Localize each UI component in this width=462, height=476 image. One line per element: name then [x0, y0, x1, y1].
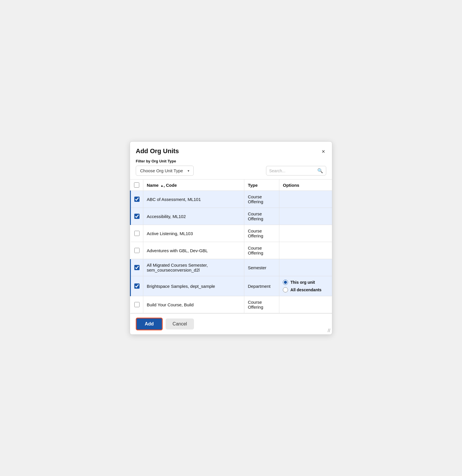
add-org-units-dialog: Add Org Units × Filter by Org Unit Type …	[130, 141, 332, 335]
cancel-button[interactable]: Cancel	[166, 318, 194, 329]
resize-handle[interactable]: //	[328, 328, 330, 333]
row-5-name: All Migrated Courses Semester, sem_cours…	[143, 259, 244, 276]
row-4-name: Adventures with GBL, Dev-GBL	[143, 242, 244, 259]
table-row: All Migrated Courses Semester, sem_cours…	[131, 259, 332, 276]
row-5-type: Semester	[244, 259, 279, 276]
radio-6-1[interactable]	[283, 287, 288, 292]
row-4-type: CourseOffering	[244, 242, 279, 259]
row-3-options	[279, 225, 332, 242]
row-6-checkbox[interactable]	[134, 283, 140, 289]
row-2-name: Accessibility, ML102	[143, 208, 244, 225]
row-3-checkbox[interactable]	[134, 231, 140, 236]
org-unit-type-dropdown[interactable]: Choose Org Unit Type ▾	[136, 166, 194, 176]
col-type-header: Type	[244, 180, 279, 191]
row-2-checkbox-cell	[131, 208, 143, 225]
search-icon[interactable]: 🔍	[317, 168, 323, 173]
table-wrapper: Name ▲, Code Type Options ABC of Assessm…	[130, 179, 332, 313]
table-row: Active Listening, ML103CourseOffering	[131, 225, 332, 242]
dialog-footer: Add Cancel	[130, 313, 332, 334]
row-6-checkbox-cell	[131, 276, 143, 296]
row-7-checkbox-cell	[131, 296, 143, 313]
row-3-type: CourseOffering	[244, 225, 279, 242]
dialog-header: Add Org Units ×	[130, 142, 332, 159]
row-2-options	[279, 208, 332, 225]
row-4-checkbox-cell	[131, 242, 143, 259]
row-7-type: CourseOffering	[244, 296, 279, 313]
row-1-checkbox-cell	[131, 191, 143, 208]
filter-section: Filter by Org Unit Type Choose Org Unit …	[130, 159, 332, 179]
col-options-header: Options	[279, 180, 332, 191]
select-all-checkbox[interactable]	[134, 182, 139, 188]
chevron-down-icon: ▾	[188, 169, 189, 173]
row-3-name: Active Listening, ML103	[143, 225, 244, 242]
row-6-options: This org unitAll descendants	[279, 276, 332, 296]
row-1-name: ABC of Assessment, ML101	[143, 191, 244, 208]
search-input[interactable]	[269, 169, 316, 173]
table-row: Brightspace Samples, dept_sampleDepartme…	[131, 276, 332, 296]
options-header-label: Options	[283, 183, 299, 188]
type-header-label: Type	[248, 183, 258, 188]
table-row: Adventures with GBL, Dev-GBLCourseOfferi…	[131, 242, 332, 259]
close-button[interactable]: ×	[320, 147, 326, 155]
row-4-checkbox[interactable]	[134, 248, 140, 253]
row-1-type: CourseOffering	[244, 191, 279, 208]
table-body: ABC of Assessment, ML101CourseOfferingAc…	[131, 191, 332, 313]
row-7-name: Build Your Course, Build	[143, 296, 244, 313]
filter-row: Choose Org Unit Type ▾ 🔍	[136, 166, 326, 176]
name-sort-label[interactable]: Name ▲, Code	[147, 183, 177, 188]
filter-label: Filter by Org Unit Type	[136, 159, 326, 163]
dropdown-placeholder: Choose Org Unit Type	[140, 168, 183, 173]
col-name-header: Name ▲, Code	[143, 180, 244, 191]
row-6-option-0[interactable]: This org unit	[283, 280, 329, 285]
row-7-checkbox[interactable]	[134, 302, 140, 307]
dialog-title: Add Org Units	[136, 147, 179, 155]
row-4-options	[279, 242, 332, 259]
table-row: Accessibility, ML102CourseOffering	[131, 208, 332, 225]
row-1-options	[279, 191, 332, 208]
radio-6-0[interactable]	[283, 280, 288, 285]
row-5-options	[279, 259, 332, 276]
col-checkbox-header	[131, 180, 143, 191]
table-row: Build Your Course, BuildCourseOffering	[131, 296, 332, 313]
row-5-checkbox[interactable]	[134, 265, 140, 270]
radio-label-6-0: This org unit	[290, 280, 315, 285]
row-6-name: Brightspace Samples, dept_sample	[143, 276, 244, 296]
row-6-option-1[interactable]: All descendants	[283, 287, 329, 292]
row-1-checkbox[interactable]	[134, 197, 140, 202]
row-6-type: Department	[244, 276, 279, 296]
row-2-type: CourseOffering	[244, 208, 279, 225]
row-2-checkbox[interactable]	[134, 214, 140, 219]
sort-asc-icon: ▲	[160, 184, 164, 187]
row-5-checkbox-cell	[131, 259, 143, 276]
table-header: Name ▲, Code Type Options	[131, 180, 332, 191]
search-box: 🔍	[266, 166, 326, 175]
table-row: ABC of Assessment, ML101CourseOffering	[131, 191, 332, 208]
radio-label-6-1: All descendants	[290, 288, 321, 292]
row-7-options	[279, 296, 332, 313]
row-3-checkbox-cell	[131, 225, 143, 242]
org-units-table: Name ▲, Code Type Options ABC of Assessm…	[130, 180, 332, 313]
add-button[interactable]: Add	[136, 318, 163, 330]
